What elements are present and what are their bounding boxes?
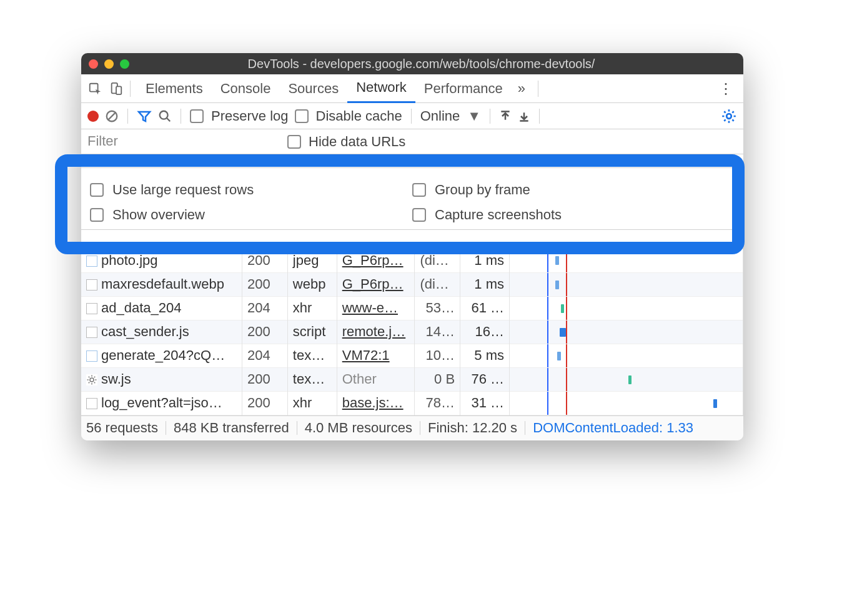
device-toolbar-icon[interactable]: [109, 81, 124, 96]
hide-data-urls-checkbox[interactable]: Hide data URLs: [287, 134, 405, 150]
upload-har-icon[interactable]: [499, 110, 512, 122]
request-initiator[interactable]: remote.j…: [337, 320, 415, 344]
request-waterfall: [510, 249, 743, 272]
request-waterfall: [510, 344, 743, 367]
throttling-select[interactable]: Online ▼: [420, 108, 481, 124]
show-overview-label: Show overview: [112, 207, 205, 223]
filter-input[interactable]: Filter: [87, 133, 275, 151]
filter-toggle-icon[interactable]: [137, 109, 152, 124]
request-size: 0 B: [415, 367, 460, 391]
table-row[interactable]: photo.jpg200jpegG_P6rp…(dis…1 ms: [81, 249, 743, 272]
traffic-lights: [89, 59, 129, 69]
devtools-window: DevTools - developers.google.com/web/too…: [81, 53, 743, 440]
network-settings-icon[interactable]: [721, 108, 737, 124]
file-icon: [86, 256, 97, 267]
request-initiator[interactable]: G_P6rp…: [337, 249, 415, 272]
request-initiator[interactable]: VM72:1: [337, 344, 415, 367]
tab-network-label: Network: [356, 79, 407, 96]
svg-point-5: [160, 111, 168, 119]
request-name: generate_204?cQ…: [101, 347, 225, 363]
file-icon: [86, 350, 97, 362]
minimize-window-button[interactable]: [104, 59, 114, 69]
use-large-rows-checkbox[interactable]: Use large request rows: [90, 182, 412, 198]
group-by-frame-label: Group by frame: [435, 182, 530, 198]
search-icon[interactable]: [158, 109, 172, 123]
request-initiator[interactable]: G_P6rp…: [337, 272, 415, 296]
request-name: sw.js: [101, 371, 131, 387]
close-window-button[interactable]: [89, 59, 98, 69]
zoom-window-button[interactable]: [120, 59, 129, 69]
request-type: script: [287, 320, 337, 344]
request-status: 200: [242, 249, 288, 272]
network-settings-pane: Use large request rows Group by frame Sh…: [81, 176, 743, 230]
more-tabs-button[interactable]: »: [512, 81, 532, 97]
request-status: 200: [242, 272, 288, 296]
tab-sources[interactable]: Sources: [279, 74, 347, 103]
request-status: 200: [242, 391, 288, 415]
tab-elements[interactable]: Elements: [137, 74, 212, 103]
preserve-log-checkbox[interactable]: Preserve log: [190, 108, 289, 124]
request-initiator[interactable]: www-e…: [337, 296, 415, 320]
hide-data-urls-label: Hide data URLs: [309, 134, 405, 150]
request-type: xhr: [287, 296, 337, 320]
capture-screenshots-checkbox[interactable]: Capture screenshots: [412, 207, 735, 223]
request-time: 1 ms: [460, 249, 510, 272]
tab-console-label: Console: [220, 81, 271, 97]
group-by-frame-checkbox[interactable]: Group by frame: [412, 182, 735, 198]
network-toolbar: Preserve log Disable cache Online ▼: [81, 103, 743, 129]
download-har-icon[interactable]: [518, 110, 530, 122]
status-transferred: 848 KB transferred: [174, 420, 289, 436]
request-type: jpeg: [287, 249, 337, 272]
svg-point-9: [726, 114, 731, 119]
request-initiator[interactable]: base.js:…: [337, 391, 415, 415]
table-row[interactable]: maxresdefault.webp200webpG_P6rp…(dis…1 m…: [81, 272, 743, 296]
filter-bar: Filter Hide data URLs: [81, 129, 743, 154]
preserve-log-label: Preserve log: [211, 108, 289, 124]
table-row[interactable]: ad_data_204204xhrwww-e…53…61 …: [81, 296, 743, 320]
table-row[interactable]: generate_204?cQ…204tex…VM72:110…5 ms: [81, 344, 743, 367]
tab-sources-label: Sources: [288, 81, 339, 97]
tab-console[interactable]: Console: [212, 74, 280, 103]
file-icon: [86, 303, 97, 314]
status-requests: 56 requests: [86, 420, 158, 436]
request-waterfall: [510, 296, 743, 320]
request-name: photo.jpg: [101, 252, 158, 268]
disable-cache-label: Disable cache: [316, 108, 402, 124]
svg-rect-2: [116, 86, 121, 94]
table-row[interactable]: cast_sender.js200scriptremote.j…14…16…: [81, 320, 743, 344]
svg-point-10: [90, 378, 94, 382]
request-status: 200: [242, 320, 288, 344]
inspect-element-icon[interactable]: [87, 81, 102, 96]
show-overview-checkbox[interactable]: Show overview: [90, 207, 412, 223]
record-button[interactable]: [87, 111, 99, 122]
titlebar: DevTools - developers.google.com/web/too…: [81, 53, 743, 74]
request-size: (dis…: [415, 272, 460, 296]
devtools-menu-button[interactable]: ⋮: [715, 80, 737, 97]
request-size: 14…: [415, 320, 460, 344]
table-row[interactable]: log_event?alt=jso…200xhrbase.js:…78…31 …: [81, 391, 743, 415]
request-size: 53…: [415, 296, 460, 320]
request-time: 76 …: [460, 367, 510, 391]
tab-performance[interactable]: Performance: [415, 74, 512, 103]
file-icon: [86, 398, 97, 409]
window-title: DevTools - developers.google.com/web/too…: [137, 57, 736, 71]
tab-performance-label: Performance: [424, 81, 503, 97]
use-large-rows-label: Use large request rows: [112, 182, 254, 198]
request-status: 204: [242, 296, 288, 320]
request-type: xhr: [287, 391, 337, 415]
svg-line-6: [167, 117, 171, 121]
request-type: webp: [287, 272, 337, 296]
request-name: cast_sender.js: [101, 324, 189, 339]
disable-cache-checkbox[interactable]: Disable cache: [295, 108, 402, 124]
tab-elements-label: Elements: [146, 81, 203, 97]
tab-network[interactable]: Network: [347, 74, 415, 103]
svg-line-4: [108, 112, 116, 120]
clear-button[interactable]: [105, 109, 119, 123]
request-time: 31 …: [460, 391, 510, 415]
request-initiator[interactable]: Other: [337, 367, 415, 391]
request-name: maxresdefault.webp: [101, 276, 224, 292]
request-type: tex…: [287, 344, 337, 367]
table-row[interactable]: sw.js200tex…Other0 B76 …: [81, 367, 743, 391]
panel-tabs: Elements Console Sources Network Perform…: [81, 74, 743, 103]
request-size: 78…: [415, 391, 460, 415]
